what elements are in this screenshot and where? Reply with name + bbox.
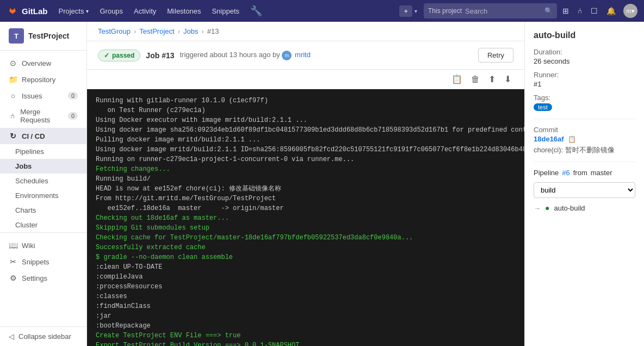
log-line: $ gradle --no-daemon clean assemble xyxy=(96,252,516,262)
sidebar-label-cicd: CI / CD xyxy=(22,132,45,140)
log-line: :compileJava xyxy=(96,272,516,282)
log-line: Pulling docker image mritd/build:2.1.1 .… xyxy=(96,135,516,145)
check-icon: ✓ xyxy=(104,52,109,59)
sidebar-label-settings: Settings xyxy=(22,274,47,282)
sidebar-sub-environments[interactable]: Environments xyxy=(0,188,86,203)
erase-log-icon[interactable]: 🗑 xyxy=(469,73,482,85)
sidebar-nav: ⊙ Overview 📁 Repository ○ Issues 0 ⑃ Mer… xyxy=(0,51,86,326)
retry-button[interactable]: Retry xyxy=(478,48,513,63)
sidebar-label-pipelines: Pipelines xyxy=(15,147,44,156)
trigger-user-link[interactable]: mritd xyxy=(295,51,311,59)
sidebar-sub-cluster[interactable]: Cluster xyxy=(0,218,86,232)
breadcrumb-testgroup[interactable]: TestGroup xyxy=(98,27,131,35)
project-header[interactable]: T TestProject xyxy=(0,22,86,51)
sidebar-label-repository: Repository xyxy=(22,76,55,84)
scroll-top-icon[interactable]: ⬆ xyxy=(486,73,498,85)
gitlab-logo xyxy=(7,5,18,17)
commit-message: chore(ci): 暂时不删除镜像 xyxy=(534,145,635,155)
breadcrumb-current: #13 xyxy=(207,27,219,35)
breadcrumb-testproject[interactable]: TestProject xyxy=(139,27,174,35)
search-box[interactable]: This project 🔍 xyxy=(424,3,557,18)
job-title: Job #13 xyxy=(146,51,174,60)
copy-commit-icon[interactable]: 📋 xyxy=(568,135,576,143)
log-line: Successfully extracted cache xyxy=(96,243,516,252)
user-avatar[interactable]: m▾ xyxy=(623,4,637,18)
pipeline-stage-select[interactable]: build xyxy=(534,182,635,198)
sidebar-item-settings[interactable]: ⚙ Settings xyxy=(0,270,86,286)
board-icon[interactable]: ⊞ xyxy=(559,7,572,15)
sidebar-sub-schedules[interactable]: Schedules xyxy=(0,174,86,188)
brand-name: GitLab xyxy=(22,7,48,16)
sidebar-item-issues[interactable]: ○ Issues 0 xyxy=(0,88,86,104)
mr-count: 0 xyxy=(68,112,78,120)
brand-logo[interactable]: GitLab xyxy=(7,5,48,17)
sidebar-item-repository[interactable]: 📁 Repository xyxy=(0,71,86,88)
groups-menu[interactable]: Groups xyxy=(95,0,127,22)
right-panel: auto-build Duration: 26 seconds Runner: … xyxy=(524,22,644,346)
issues-icon[interactable]: ☐ xyxy=(587,7,601,15)
status-text: passed xyxy=(112,52,134,59)
settings-icon: ⚙ xyxy=(9,274,17,282)
sidebar-label-overview: Overview xyxy=(22,59,51,67)
commit-hash-link[interactable]: 18de16af xyxy=(534,135,564,143)
snippets-menu[interactable]: Snippets xyxy=(207,0,244,22)
commit-row: Commit 18de16af 📋 chore(ci): 暂时不删除镜像 xyxy=(534,119,635,155)
job-header: ✓ passed Job #13 triggered about 13 hour… xyxy=(87,41,524,70)
right-panel-title: auto-build xyxy=(534,30,635,40)
runner-label: Runner: xyxy=(534,71,635,79)
breadcrumb-sep-1: › xyxy=(134,27,136,35)
branch-name: master xyxy=(591,169,612,177)
projects-menu[interactable]: Projects xyxy=(54,0,94,22)
merge-request-icon[interactable]: ⑃ xyxy=(574,7,585,15)
top-navigation: GitLab Projects Groups Activity Mileston… xyxy=(0,0,644,22)
sidebar-sub-charts[interactable]: Charts xyxy=(0,203,86,218)
spanner-icon: 🔧 xyxy=(250,5,262,17)
sidebar-label-issues: Issues xyxy=(22,92,42,100)
log-line: Checking cache for TestProject/master-18… xyxy=(96,233,516,243)
scroll-bottom-icon[interactable]: ⬇ xyxy=(502,73,513,85)
new-item-button[interactable]: + ▾ xyxy=(399,5,417,17)
sidebar-section-2: 📖 Wiki ✂ Snippets ⚙ Settings xyxy=(0,232,86,291)
search-icon: 🔍 xyxy=(544,7,553,15)
log-container[interactable]: Running with gitlab-runner 10.1.0 (c1ecf… xyxy=(87,89,524,346)
pipeline-label: Pipeline xyxy=(534,169,559,177)
pipeline-number-link[interactable]: #6 xyxy=(562,169,569,177)
collapse-sidebar-button[interactable]: ◁ Collapse sidebar xyxy=(0,326,86,346)
log-line: Skipping Git submodules setup xyxy=(96,223,516,233)
log-line: :processResources xyxy=(96,282,516,292)
sidebar-item-overview[interactable]: ⊙ Overview xyxy=(0,55,86,71)
milestones-menu[interactable]: Milestones xyxy=(163,0,205,22)
breadcrumb: TestGroup › TestProject › Jobs › #13 xyxy=(87,22,524,41)
log-line: Fetching changes... xyxy=(96,164,516,174)
log-line: Running build/ xyxy=(96,174,516,184)
merge-request-nav-icon: ⑃ xyxy=(9,112,16,120)
sidebar-item-wiki[interactable]: 📖 Wiki xyxy=(0,237,86,254)
commit-label: Commit xyxy=(534,126,635,134)
duration-value: 26 seconds xyxy=(534,57,635,65)
sidebar-label-snippets: Snippets xyxy=(22,258,49,266)
sidebar-sub-jobs[interactable]: Jobs xyxy=(0,159,86,174)
log-line: Using docker image mritd/build:2.1.1 ID=… xyxy=(96,145,516,155)
search-input[interactable] xyxy=(465,7,541,15)
sidebar-label-wiki: Wiki xyxy=(22,242,35,250)
breadcrumb-sep-3: › xyxy=(201,27,203,35)
runner-row: Runner: #1 xyxy=(534,71,635,88)
project-avatar: T xyxy=(9,28,24,44)
job-status-area: ✓ passed Job #13 triggered about 13 hour… xyxy=(98,50,311,61)
breadcrumb-sep-2: › xyxy=(178,27,180,35)
job-trigger-text: triggered about 13 hours ago by m mritd xyxy=(180,51,311,60)
tags-value: test xyxy=(534,103,635,111)
sidebar-item-merge-requests[interactable]: ⑃ Merge Requests 0 xyxy=(0,104,86,128)
tags-label: Tags: xyxy=(534,94,635,102)
sidebar-item-cicd[interactable]: ↻ CI / CD xyxy=(0,128,86,144)
status-badge: ✓ passed xyxy=(98,50,140,61)
notifications-icon[interactable]: 🔔 xyxy=(603,7,619,15)
pipeline-row: Pipeline #6 from master xyxy=(534,162,635,177)
sidebar-item-snippets[interactable]: ✂ Snippets xyxy=(0,254,86,270)
copy-log-icon[interactable]: 📋 xyxy=(449,73,465,85)
activity-menu[interactable]: Activity xyxy=(129,0,160,22)
sidebar-sub-pipelines[interactable]: Pipelines xyxy=(0,144,86,159)
log-line: ee152ef..18de16a master -> origin/master xyxy=(96,203,516,213)
log-line: Create TestProject ENV File ===> true xyxy=(96,331,516,341)
breadcrumb-jobs[interactable]: Jobs xyxy=(183,27,198,35)
